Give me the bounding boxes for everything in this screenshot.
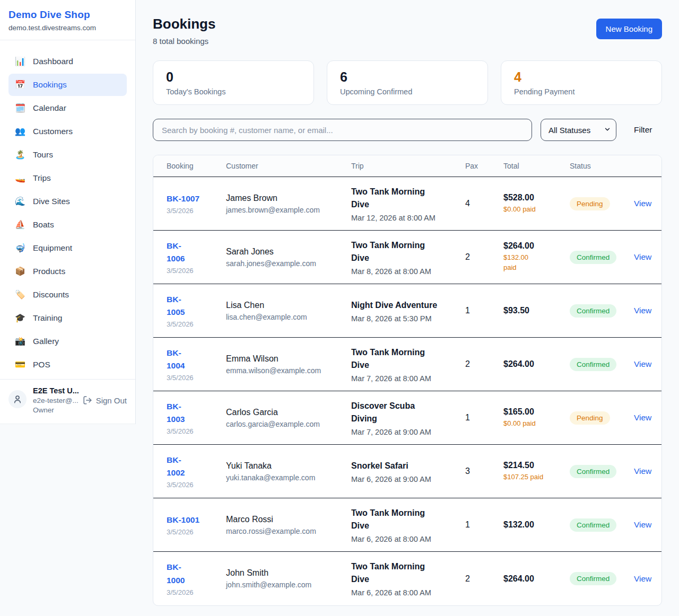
- stat-card-upcoming-confirmed: 6 Upcoming Confirmed: [327, 60, 488, 105]
- status-cell: Pending: [570, 411, 634, 425]
- user-email: e2e-tester@...: [33, 397, 76, 404]
- booking-id-link[interactable]: BK- 1000: [167, 561, 185, 586]
- status-cell: Confirmed: [570, 465, 634, 478]
- sidebar-item-label: Bookings: [33, 80, 67, 90]
- customer-name: Sarah Jones: [226, 247, 351, 257]
- total-cell: $132.00: [503, 520, 570, 530]
- gallery-icon: 📸: [15, 337, 25, 346]
- total-amount: $264.00: [503, 241, 570, 251]
- sidebar-item-trips[interactable]: 🚤Trips: [8, 167, 127, 189]
- bookings-icon: 📅: [15, 81, 25, 89]
- trip-cell: Two Tank Morning Dive Mar 6, 2026 at 8:0…: [351, 507, 465, 543]
- status-cell: Confirmed: [570, 251, 634, 264]
- paid-amount: $107.25 paid: [503, 472, 570, 482]
- booking-id-link[interactable]: BK-1001: [167, 514, 199, 526]
- stat-card-pending-payment: 4 Pending Payment: [501, 60, 662, 105]
- stat-label: Pending Payment: [514, 87, 649, 96]
- sidebar-item-equipment[interactable]: 🤿Equipment: [8, 237, 127, 259]
- trip-datetime: Mar 12, 2026 at 8:00 AM: [351, 214, 465, 222]
- table-row: BK-1001 3/5/2026 Marco Rossi marco.rossi…: [153, 498, 661, 552]
- filter-button[interactable]: Filter: [634, 125, 652, 135]
- trip-cell: Two Tank Morning Dive Mar 6, 2026 at 8:0…: [351, 560, 465, 597]
- sidebar-item-gallery[interactable]: 📸Gallery: [8, 330, 127, 353]
- total-cell: $264.00 $132.00 paid: [503, 241, 570, 273]
- user-icon: [13, 394, 22, 404]
- page-header-text: Bookings 8 total bookings: [153, 16, 215, 46]
- view-link[interactable]: View: [634, 413, 651, 422]
- user-info: E2E Test U... e2e-tester@... Owner: [33, 386, 76, 414]
- sidebar-item-customers[interactable]: 👥Customers: [8, 120, 127, 143]
- booking-cell: BK- 1004 3/5/2026: [167, 347, 226, 382]
- booking-id-link[interactable]: BK- 1003: [167, 400, 185, 426]
- calendar-icon: 🗓️: [15, 104, 25, 112]
- customer-name: James Brown: [226, 193, 351, 203]
- new-booking-button[interactable]: New Booking: [596, 19, 662, 39]
- status-select[interactable]: All Statuses: [541, 119, 616, 141]
- sidebar-item-pos[interactable]: 💳POS: [8, 354, 127, 376]
- sidebar-item-label: Trips: [33, 173, 51, 183]
- sidebar-item-calendar[interactable]: 🗓️Calendar: [8, 97, 127, 119]
- booking-id-link[interactable]: BK- 1005: [167, 293, 185, 319]
- paid-amount: $0.00 paid: [503, 419, 570, 429]
- products-icon: 📦: [15, 267, 25, 276]
- stat-value: 4: [514, 69, 649, 85]
- sidebar-item-dashboard[interactable]: 📊Dashboard: [8, 50, 127, 73]
- pax-value: 1: [465, 520, 503, 530]
- stat-value: 0: [166, 69, 301, 85]
- sidebar-item-tours[interactable]: 🏝️Tours: [8, 144, 127, 166]
- sidebar-item-label: Products: [33, 267, 65, 276]
- view-link[interactable]: View: [634, 520, 651, 529]
- table-row: BK- 1003 3/5/2026 Carlos Garcia carlos.g…: [153, 391, 661, 445]
- booking-id-link[interactable]: BK- 1006: [167, 240, 185, 265]
- sidebar-item-dive-sites[interactable]: 🌊Dive Sites: [8, 190, 127, 213]
- booking-id-link[interactable]: BK-1007: [167, 192, 199, 205]
- booking-date: 3/5/2026: [167, 207, 226, 215]
- customer-email: sarah.jones@example.com: [226, 259, 351, 268]
- total-cell: $264.00: [503, 574, 570, 584]
- filter-row: All Statuses Filter: [153, 119, 662, 141]
- sidebar-item-label: Gallery: [33, 337, 59, 346]
- sidebar-item-boats[interactable]: ⛵Boats: [8, 214, 127, 236]
- status-badge: Confirmed: [570, 304, 616, 318]
- paid-amount: $132.00 paid: [503, 253, 570, 273]
- sign-out-button[interactable]: Sign Out: [83, 395, 127, 405]
- booking-cell: BK- 1003 3/5/2026: [167, 400, 226, 435]
- status-badge: Pending: [570, 197, 610, 210]
- column-header-customer: Customer: [226, 162, 351, 170]
- dive-sites-icon: 🌊: [15, 197, 25, 206]
- column-header-total: Total: [503, 162, 570, 170]
- pax-value: 2: [465, 252, 503, 262]
- total-amount: $165.00: [503, 407, 570, 417]
- view-link[interactable]: View: [634, 467, 651, 476]
- booking-cell: BK- 1002 3/5/2026: [167, 454, 226, 489]
- sidebar-item-training[interactable]: 🎓Training: [8, 307, 127, 329]
- view-link[interactable]: View: [634, 359, 651, 368]
- sidebar-item-products[interactable]: 📦Products: [8, 260, 127, 283]
- trip-name: Two Tank Morning Dive: [351, 560, 465, 586]
- sidebar-item-discounts[interactable]: 🏷️Discounts: [8, 284, 127, 306]
- customer-name: Marco Rossi: [226, 515, 351, 524]
- customer-cell: Marco Rossi marco.rossi@example.com: [226, 515, 351, 535]
- trip-cell: Discover Scuba Diving Mar 7, 2026 at 9:0…: [351, 400, 465, 436]
- customer-email: carlos.garcia@example.com: [226, 420, 351, 428]
- view-link[interactable]: View: [634, 574, 651, 583]
- booking-id-link[interactable]: BK- 1002: [167, 454, 185, 479]
- view-link[interactable]: View: [634, 199, 651, 208]
- booking-id-link[interactable]: BK- 1004: [167, 347, 185, 372]
- view-link[interactable]: View: [634, 306, 651, 315]
- booking-date: 3/5/2026: [167, 427, 226, 435]
- status-cell: Pending: [570, 197, 634, 210]
- customer-cell: Carlos Garcia carlos.garcia@example.com: [226, 408, 351, 428]
- table-row: BK- 1000 3/5/2026 John Smith john.smith@…: [153, 552, 661, 605]
- status-badge: Confirmed: [570, 572, 616, 585]
- view-link[interactable]: View: [634, 252, 651, 261]
- sidebar-item-label: Discounts: [33, 290, 69, 300]
- stat-card-todays-bookings: 0 Today's Bookings: [153, 60, 314, 105]
- search-input[interactable]: [153, 119, 532, 141]
- sidebar-item-label: Training: [33, 313, 62, 323]
- trip-cell: Two Tank Morning Dive Mar 12, 2026 at 8:…: [351, 186, 465, 222]
- customer-name: John Smith: [226, 568, 351, 578]
- sidebar: Demo Dive Shop demo.test.divestreams.com…: [0, 0, 136, 424]
- sidebar-item-bookings[interactable]: 📅Bookings: [8, 74, 127, 96]
- status-badge: Confirmed: [570, 518, 616, 532]
